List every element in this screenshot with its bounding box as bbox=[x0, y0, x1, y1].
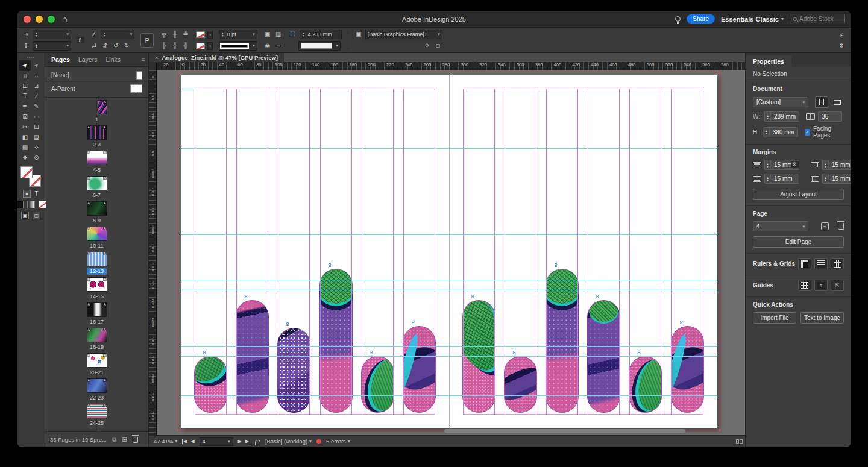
pages-list-item[interactable]: AA16-17 bbox=[45, 302, 148, 328]
formatting-text-icon[interactable]: T bbox=[34, 190, 38, 197]
spread-thumbnail[interactable]: AA bbox=[87, 125, 107, 140]
y-position-field[interactable]: ▲▼▾ bbox=[33, 41, 71, 51]
spread-thumbnail[interactable]: A bbox=[98, 100, 107, 114]
direct-selection-tool[interactable]: ➤ bbox=[31, 60, 42, 71]
spread-thumbnail[interactable]: AA bbox=[87, 378, 107, 393]
panel-menu-icon[interactable]: ≡ bbox=[142, 57, 145, 63]
parent-page-row[interactable]: A-Parent bbox=[45, 82, 148, 95]
column-guide[interactable] bbox=[671, 89, 703, 415]
baseline-grid-button[interactable] bbox=[814, 258, 828, 269]
flip-vertical-icon[interactable]: ⇵ bbox=[101, 43, 109, 49]
spread-label[interactable]: 24-25 bbox=[87, 420, 107, 427]
spread-label[interactable]: 10-11 bbox=[87, 243, 106, 249]
column-guide[interactable] bbox=[463, 89, 495, 415]
margin-inside-field[interactable]: ▲▼15 mm bbox=[822, 160, 851, 170]
spread-thumbnail[interactable]: AA bbox=[87, 201, 107, 216]
spread-thumbnail[interactable]: AA bbox=[87, 252, 107, 266]
spread-label[interactable]: 6-7 bbox=[90, 192, 104, 199]
spread-label[interactable]: 22-23 bbox=[87, 395, 107, 401]
spread-label[interactable]: 8-9 bbox=[90, 218, 104, 224]
workspace-switcher[interactable]: Essentials Classic▾ bbox=[721, 16, 784, 23]
tab-pages[interactable]: Pages bbox=[51, 56, 70, 63]
pasteboard[interactable]: 02 04 06 08 01 0 01 2 01 4 01 6 01 8 02 … bbox=[149, 70, 745, 435]
spread-thumbnail[interactable]: AA bbox=[87, 353, 107, 368]
stroke-style-select[interactable]: ▾ bbox=[219, 41, 257, 51]
stroke-weight-field[interactable]: ▲▼0 pt▾ bbox=[219, 30, 257, 39]
fill-swatch-none[interactable] bbox=[196, 43, 205, 49]
spread-label[interactable]: 12-13 bbox=[87, 268, 107, 275]
formatting-container-icon[interactable]: ■ bbox=[23, 190, 31, 198]
column-guide[interactable] bbox=[546, 89, 578, 415]
free-transform-tool[interactable]: ⊡ bbox=[31, 122, 42, 132]
spread-label[interactable]: 14-15 bbox=[87, 293, 107, 300]
align-vcenter-icon[interactable]: ╫ bbox=[171, 31, 179, 37]
x-position-field[interactable]: ▲▼▾ bbox=[33, 30, 71, 39]
column-guide[interactable] bbox=[320, 89, 352, 415]
ruler-corner[interactable] bbox=[149, 62, 157, 70]
pages-list-item[interactable]: AA22-23 bbox=[45, 378, 148, 404]
constrain-link-icon[interactable]: ∞ bbox=[77, 37, 84, 43]
fill-flyout[interactable]: › bbox=[207, 42, 213, 50]
horizontal-ruler[interactable]: 2002040608010012014016018020022024026028… bbox=[157, 62, 745, 70]
margins-link-icon[interactable]: ∞ bbox=[791, 161, 799, 168]
spread-label[interactable]: 1 bbox=[92, 116, 101, 123]
break-link-style-icon[interactable]: ▢ bbox=[434, 43, 442, 48]
tab-layers[interactable]: Layers bbox=[78, 56, 98, 63]
preflight-icon[interactable] bbox=[255, 440, 260, 445]
spread-thumbnail[interactable]: AA bbox=[87, 328, 107, 342]
edit-page-button[interactable]: Edit Page bbox=[753, 236, 844, 248]
spread-label[interactable]: 4-5 bbox=[90, 167, 104, 174]
margin-bottom-field[interactable]: ▲▼15 mm bbox=[764, 174, 799, 184]
column-guide[interactable] bbox=[195, 89, 227, 415]
pages-list-item[interactable]: AA24-25 bbox=[45, 404, 148, 429]
orientation-landscape-button[interactable] bbox=[831, 96, 844, 108]
textwrap-bound-icon[interactable]: ▥ bbox=[274, 31, 283, 37]
pages-list-item[interactable]: AA6-7 bbox=[45, 176, 148, 201]
margin-guide[interactable] bbox=[195, 89, 435, 415]
align-top-icon[interactable]: ╦ bbox=[160, 31, 168, 37]
adobe-stock-search[interactable]: Adobe Stock bbox=[790, 14, 845, 24]
ruler-guide[interactable] bbox=[181, 234, 717, 235]
pencil-tool[interactable]: ✎ bbox=[31, 101, 42, 111]
document-height-field[interactable]: ▲▼380 mm bbox=[763, 127, 798, 137]
apply-gradient-button[interactable] bbox=[27, 201, 35, 208]
rectangle-tool[interactable]: ▭ bbox=[31, 111, 42, 122]
screen-mode-normal-button[interactable]: ▣ bbox=[21, 212, 29, 219]
pages-list-item[interactable]: AA14-15 bbox=[45, 277, 148, 302]
document-grid-button[interactable] bbox=[831, 258, 844, 269]
create-page-icon[interactable]: ⊞ bbox=[122, 436, 127, 443]
document-width-field[interactable]: ▲▼289 mm bbox=[764, 111, 799, 122]
spread-view-icon[interactable] bbox=[736, 439, 743, 444]
wrap-around-icon[interactable]: ◉ bbox=[263, 43, 272, 49]
spread-thumbnail[interactable]: AA bbox=[87, 302, 107, 317]
gpu-performance-icon[interactable]: ⚡ bbox=[839, 32, 843, 39]
toolbox-grip[interactable]: ▪▪▪▪ bbox=[27, 55, 35, 59]
first-spread-button[interactable]: ◀ bbox=[182, 439, 187, 444]
stroke-swatch-none[interactable] bbox=[196, 31, 205, 38]
spread-thumbnail[interactable]: AA bbox=[87, 176, 107, 190]
scissors-tool[interactable]: ✂ bbox=[19, 122, 31, 132]
spread-thumbnail[interactable]: AA bbox=[87, 227, 107, 241]
eyedropper-tool[interactable]: ✧ bbox=[31, 142, 42, 152]
gradient-swatch-tool[interactable]: ◧ bbox=[19, 132, 31, 142]
reference-point-proxy[interactable]: P bbox=[140, 33, 154, 48]
zoom-tool[interactable]: ⊙ bbox=[31, 152, 42, 163]
pages-list-item[interactable]: AA10-11 bbox=[45, 227, 148, 252]
show-rulers-button[interactable] bbox=[798, 258, 811, 269]
vertical-ruler[interactable]: 02 04 06 08 01 0 01 2 01 4 01 6 01 8 02 … bbox=[149, 70, 157, 435]
text-to-image-button[interactable]: Text to Image bbox=[800, 312, 844, 324]
facing-pages-checkbox[interactable]: ✓ bbox=[805, 129, 810, 136]
gap-tool[interactable]: ↔ bbox=[31, 71, 42, 81]
previous-spread-button[interactable]: ◀ bbox=[190, 439, 194, 444]
parent-page-row[interactable]: [None] bbox=[45, 69, 148, 82]
smart-guides-button[interactable]: ⇱ bbox=[831, 280, 844, 291]
screen-mode-preview-button[interactable]: ▢ bbox=[33, 212, 40, 219]
column-guide[interactable] bbox=[403, 89, 435, 415]
textwrap-none-icon[interactable]: ▣ bbox=[263, 31, 272, 37]
pages-list-item[interactable]: AA4-5 bbox=[45, 151, 148, 176]
pages-count-field[interactable]: 36 bbox=[818, 111, 842, 122]
pen-tool[interactable]: ✒ bbox=[19, 101, 31, 111]
next-spread-button[interactable]: ▶ bbox=[238, 439, 242, 444]
pages-list-item[interactable]: A1 bbox=[45, 100, 148, 125]
orientation-portrait-button[interactable] bbox=[815, 96, 828, 108]
